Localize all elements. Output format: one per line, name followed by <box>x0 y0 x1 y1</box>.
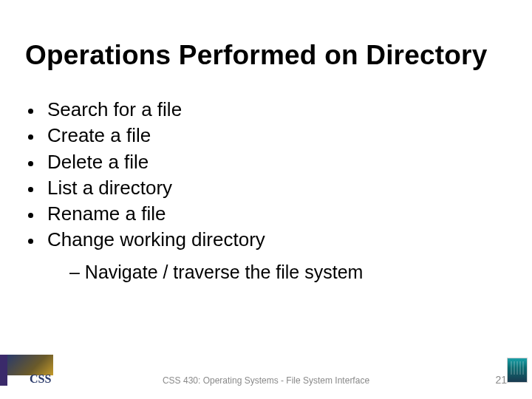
slide-title: Operations Performed on Directory <box>25 40 513 71</box>
page-number: 21 <box>495 374 507 386</box>
list-item: Create a file <box>43 123 483 148</box>
logo-text: CSS <box>30 372 51 386</box>
list-item: Rename a file <box>43 202 483 226</box>
bullet-list: Search for a file Create a file Delete a… <box>43 98 483 253</box>
list-item: Delete a file <box>43 150 483 174</box>
textbook-thumbnail <box>507 358 528 383</box>
sub-list-item: Navigate / traverse the file system <box>69 260 483 284</box>
university-logo: CSS <box>0 355 74 386</box>
list-item: List a directory <box>43 176 483 200</box>
logo-bar <box>0 355 7 386</box>
list-item: Search for a file <box>43 98 483 122</box>
slide-footer: CSS CSS 430: Operating Systems - File Sy… <box>0 356 532 386</box>
list-item: Change working directory <box>43 228 483 252</box>
slide: Operations Performed on Directory Search… <box>0 0 532 399</box>
footer-text: CSS 430: Operating Systems - File System… <box>163 375 369 386</box>
sub-bullet-list: Navigate / traverse the file system <box>69 260 483 284</box>
slide-body: Search for a file Create a file Delete a… <box>55 98 483 284</box>
